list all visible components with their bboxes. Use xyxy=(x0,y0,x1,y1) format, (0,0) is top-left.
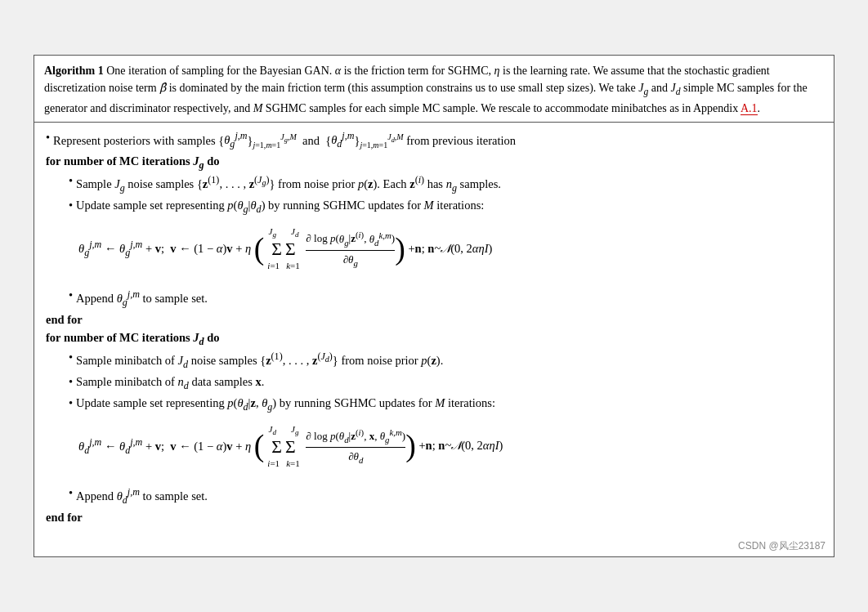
math-block-1: θgj,m ← θgj,m + v; v ← (1 − α)v + η ( Jg… xyxy=(78,225,822,272)
for-jd-do: for number of MC iterations Jd do xyxy=(46,329,822,349)
and-text: and xyxy=(302,133,320,146)
bullet-1: • xyxy=(46,129,50,147)
step-append-thetad: • Append θdj,m to sample set. xyxy=(69,485,822,507)
step-represent-posteriors: • Represent posteriors with samples {θgj… xyxy=(46,129,822,152)
appendix-link[interactable]: A.1 xyxy=(740,102,758,115)
algorithm-body: • Represent posteriors with samples {θgj… xyxy=(34,123,834,535)
end-for-jd: end for xyxy=(46,509,822,527)
for-jg-do: for number of MC iterations Jg do xyxy=(46,153,822,172)
step-update-pd: • Update sample set representing p(θd|z,… xyxy=(69,395,822,414)
step-sample-nd-data: • Sample minibatch of nd data samples x. xyxy=(69,373,822,393)
step-represent-text: Represent posteriors with samples {θgj,m… xyxy=(53,129,516,152)
gap-1 xyxy=(46,280,822,287)
end-for-jg: end for xyxy=(46,311,822,329)
csdn-credit: CSDN @风尘23187 xyxy=(34,535,834,556)
algorithm-title: Algorithm 1 xyxy=(44,65,104,77)
gap-2 xyxy=(46,478,822,485)
algorithm-description: One iteration of sampling for the Bayesi… xyxy=(44,65,808,114)
step-append-thetag: • Append θgj,m to sample set. xyxy=(69,287,822,310)
algorithm-box: Algorithm 1 One iteration of sampling fo… xyxy=(34,55,834,556)
math-block-2: θdj,m ← θdj,m + v; v ← (1 − α)v + η ( Jd… xyxy=(78,422,822,470)
step-sample-jg-noise: • Sample Jg noise samples {z(1), . . . ,… xyxy=(69,172,822,195)
step-sample-jd-noise: • Sample minibatch of Jd noise samples {… xyxy=(69,349,822,372)
step-update-pg: • Update sample set representing p(θg|θd… xyxy=(69,197,822,217)
algorithm-header: Algorithm 1 One iteration of sampling fo… xyxy=(34,56,834,122)
